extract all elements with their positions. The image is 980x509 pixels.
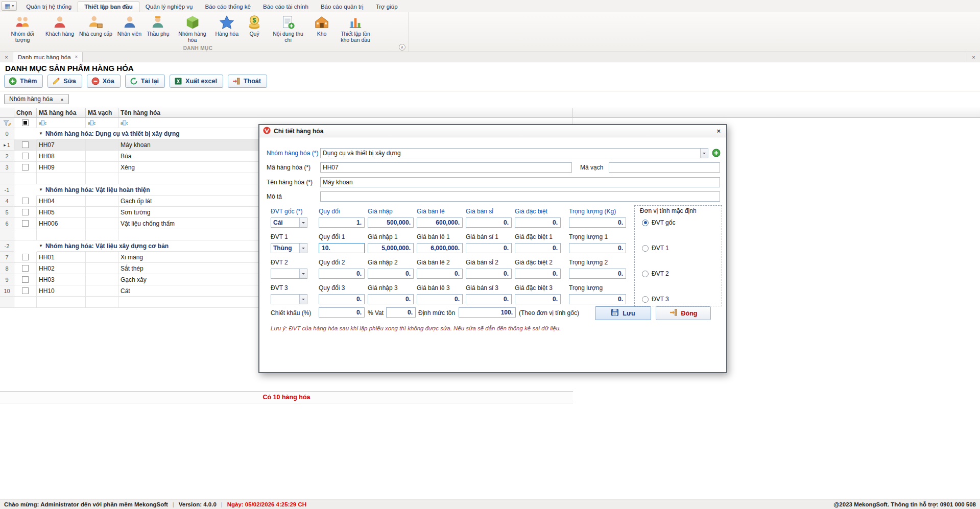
column-header-3[interactable]: Tên hàng hóa: [118, 108, 573, 118]
cell-code[interactable]: HH07: [37, 139, 86, 151]
unit-grid-input-0-1[interactable]: 1.: [319, 217, 365, 228]
ribbon-item-4[interactable]: Thầu phụ: [144, 14, 172, 38]
cell-code[interactable]: HH006: [37, 218, 86, 229]
vat-input[interactable]: 0.: [386, 307, 416, 318]
unit-grid-input-3-1[interactable]: 0.: [319, 294, 365, 304]
toolbar-button-2[interactable]: Xóa: [87, 75, 121, 88]
cell-barcode[interactable]: [86, 139, 118, 151]
unit-grid-input-2-1[interactable]: 0.: [319, 269, 365, 279]
unit-grid-input-1-6[interactable]: 0.: [569, 243, 626, 253]
ribbon-tab-3[interactable]: Báo cáo thống kê: [199, 2, 257, 12]
filter-checkbox[interactable]: [22, 119, 29, 126]
close-all-tabs-button[interactable]: ×: [0, 52, 13, 62]
unit-grid-input-1-2[interactable]: 5,000,000.: [368, 243, 414, 253]
column-header-2[interactable]: Mã vạch: [86, 108, 118, 118]
cell-code[interactable]: HH02: [37, 263, 86, 274]
toolbar-button-5[interactable]: Thoát: [228, 75, 267, 88]
ribbon-tab-4[interactable]: Báo cáo tài chính: [257, 2, 315, 12]
unit-grid-input-1-4[interactable]: 0.: [466, 243, 512, 253]
filter-cell-0[interactable]: ac: [37, 118, 86, 128]
cell-code[interactable]: HH01: [37, 252, 86, 263]
column-header-0[interactable]: Chọn: [14, 108, 37, 118]
row-checkbox[interactable]: [22, 209, 29, 215]
unit-grid-input-0-6[interactable]: 0.: [569, 217, 626, 228]
row-select-cell[interactable]: [14, 162, 37, 173]
unit-combo-3[interactable]: [271, 294, 307, 304]
cell-code[interactable]: HH03: [37, 274, 86, 285]
ribbon-tab-1[interactable]: Thiết lập ban đầu: [78, 2, 139, 12]
row-select-cell[interactable]: [14, 196, 37, 207]
unit-grid-input-3-2[interactable]: 0.: [368, 294, 414, 304]
row-select-cell[interactable]: [14, 139, 37, 151]
unit-grid-input-0-3[interactable]: 600,000.: [417, 217, 463, 228]
row-select-cell[interactable]: [14, 274, 37, 285]
unit-grid-input-1-3[interactable]: 6,000,000.: [417, 243, 463, 253]
radio-option-3[interactable]: ĐVT 3: [642, 296, 669, 303]
filter-cell-1[interactable]: ac: [86, 118, 118, 128]
unit-grid-input-2-2[interactable]: 0.: [368, 269, 414, 279]
unit-grid-input-2-4[interactable]: 0.: [466, 269, 512, 279]
unit-grid-input-3-4[interactable]: 0.: [466, 294, 512, 304]
cell-barcode[interactable]: [86, 151, 118, 162]
product-code-input[interactable]: HH07: [320, 162, 572, 173]
row-checkbox[interactable]: [22, 141, 29, 148]
ribbon-item-8[interactable]: Nội dung thu chi: [268, 14, 308, 44]
row-select-cell[interactable]: [14, 151, 37, 162]
barcode-input[interactable]: [609, 162, 720, 173]
dialog-titlebar[interactable]: Chi tiết hàng hóa ×: [259, 125, 726, 137]
group-by-chip[interactable]: Nhóm hàng hóa ▲: [4, 94, 69, 104]
add-product-group-button[interactable]: [712, 149, 721, 157]
unit-grid-input-3-6[interactable]: 0.: [569, 294, 626, 304]
cell-barcode[interactable]: [86, 218, 118, 229]
unit-combo-0[interactable]: Cái: [271, 217, 307, 228]
save-button[interactable]: Lưu: [595, 306, 651, 320]
toolbar-button-0[interactable]: Thêm: [4, 75, 43, 88]
dialog-close-icon[interactable]: ×: [714, 127, 723, 135]
unit-grid-input-2-3[interactable]: 0.: [417, 269, 463, 279]
ribbon-item-2[interactable]: Nhà cung cấp: [77, 14, 115, 38]
unit-grid-input-0-4[interactable]: 0.: [466, 217, 512, 228]
close-document-button[interactable]: ×: [967, 52, 980, 62]
cell-barcode[interactable]: [86, 252, 118, 263]
radio-option-1[interactable]: ĐVT 1: [642, 245, 669, 252]
toolbar-button-4[interactable]: Xuất excel: [170, 75, 223, 88]
cell-code[interactable]: HH05: [37, 207, 86, 218]
row-checkbox[interactable]: [22, 265, 29, 272]
cell-code[interactable]: HH10: [37, 285, 86, 297]
unit-grid-input-2-6[interactable]: 0.: [569, 269, 626, 279]
cell-barcode[interactable]: [86, 196, 118, 207]
row-checkbox[interactable]: [22, 198, 29, 204]
cell-barcode[interactable]: [86, 207, 118, 218]
tab-danh-muc-hang-hoa[interactable]: Danh mục hàng hóa ×: [13, 52, 83, 62]
ribbon-item-9[interactable]: Kho: [308, 14, 335, 38]
ribbon-item-1[interactable]: Khách hàng: [43, 14, 77, 38]
toolbar-button-3[interactable]: Tải lại: [125, 75, 165, 88]
ribbon-tab-2[interactable]: Quản lý nghiệp vụ: [139, 2, 199, 12]
product-group-combo[interactable]: Dụng cụ và thiết bị xây dựng: [320, 148, 708, 158]
app-menu-button[interactable]: ▦ ▾: [2, 1, 17, 11]
row-select-cell[interactable]: [14, 285, 37, 297]
description-input[interactable]: [320, 191, 720, 202]
unit-combo-1[interactable]: Thùng: [271, 243, 307, 253]
radio-option-0[interactable]: ĐVT gốc: [642, 219, 675, 226]
cell-barcode[interactable]: [86, 162, 118, 173]
unit-grid-input-0-2[interactable]: 500,000.: [368, 217, 414, 228]
ribbon-collapse-button[interactable]: ∧: [399, 44, 405, 51]
ribbon-item-3[interactable]: Nhân viên: [115, 14, 144, 38]
filter-cell-select[interactable]: [14, 118, 37, 128]
cell-code[interactable]: HH08: [37, 151, 86, 162]
row-checkbox[interactable]: [22, 164, 29, 171]
ribbon-item-5[interactable]: Nhóm hàng hóa: [172, 14, 213, 44]
unit-grid-input-2-5[interactable]: 0.: [515, 269, 561, 279]
ribbon-tab-5[interactable]: Báo cáo quản trị: [315, 2, 370, 12]
row-checkbox[interactable]: [22, 254, 29, 260]
ribbon-tab-6[interactable]: Trợ giúp: [370, 2, 404, 12]
row-select-cell[interactable]: [14, 207, 37, 218]
unit-grid-input-1-5[interactable]: 0.: [515, 243, 561, 253]
ribbon-item-0[interactable]: Nhóm đối tượng: [2, 14, 43, 44]
row-select-cell[interactable]: [14, 252, 37, 263]
unit-grid-input-3-3[interactable]: 0.: [417, 294, 463, 304]
unit-grid-input-3-5[interactable]: 0.: [515, 294, 561, 304]
close-tab-icon[interactable]: ×: [75, 54, 78, 60]
unit-grid-input-1-1[interactable]: 10.: [319, 243, 365, 253]
